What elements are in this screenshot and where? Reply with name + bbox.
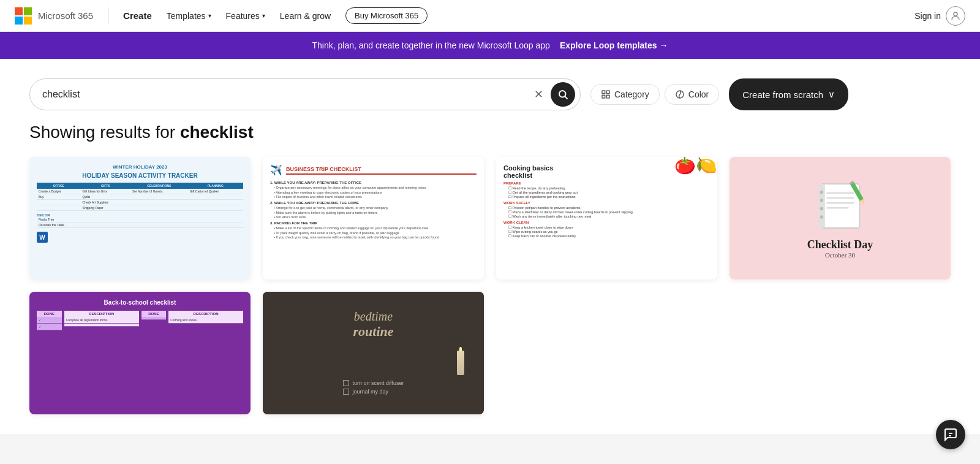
create-from-scratch-button[interactable]: Create from scratch ∨ (729, 78, 848, 110)
create-label[interactable]: Create (123, 10, 152, 21)
svg-rect-1 (24, 7, 32, 15)
filter-group: Category Color (590, 84, 719, 105)
bedtime-title2: routine (353, 324, 393, 340)
category-icon (601, 89, 611, 99)
word-icon: W (37, 232, 48, 243)
nav-templates[interactable]: Templates ▾ (167, 11, 211, 21)
avatar (946, 6, 965, 26)
checklist-day-title: Checklist Day (807, 238, 873, 251)
tomato-decoration: 🍅🍋 (674, 157, 717, 174)
nav-features[interactable]: Features ▾ (226, 11, 265, 21)
templates-caret-icon: ▾ (208, 12, 211, 19)
svg-rect-0 (15, 7, 23, 15)
nav-learn-grow[interactable]: Learn & grow (280, 11, 331, 21)
notebook-icon (813, 178, 868, 234)
svg-point-15 (820, 199, 823, 202)
template-card[interactable]: ✈️ BUSINESS TRIP CHECKLIST 1. WHILE YOU … (263, 157, 484, 280)
template-card[interactable]: Back-to-school checklist DONE ✓ ✓ DESCRI… (29, 292, 251, 414)
search-bar: ✕ (29, 78, 581, 110)
plane-icon: ✈️ (270, 164, 282, 176)
search-icon (557, 89, 568, 100)
templates-grid: WINTER HOLIDAY 2023 HOLIDAY SEASON ACTIV… (29, 157, 951, 414)
results-heading: Showing results for checklist (29, 123, 951, 142)
svg-rect-10 (606, 95, 609, 98)
svg-point-17 (820, 215, 823, 218)
ms365-logo[interactable]: Microsoft 365 (15, 7, 93, 25)
promo-banner: Think, plan, and create together in the … (0, 32, 980, 59)
features-caret-icon: ▾ (262, 12, 265, 19)
template-card[interactable]: WINTER HOLIDAY 2023 HOLIDAY SEASON ACTIV… (29, 157, 251, 280)
bedtime-item: turn on scent diffuser (343, 380, 404, 386)
template-card[interactable]: Checklist Day October 30 (729, 157, 951, 280)
svg-rect-21 (826, 207, 848, 208)
bedtime-title: bedtime (353, 310, 393, 324)
checklist-day-date: October 30 (825, 251, 855, 259)
microsoft-logo-icon (15, 7, 32, 25)
template-card[interactable]: bedtime routine (263, 292, 484, 414)
search-area: ✕ Category Color Create from scratch ∨ (0, 59, 980, 123)
svg-point-5 (559, 91, 566, 97)
template-card[interactable]: 🍅🍋 Cooking basicschecklist PREPARE ☐ Rea… (496, 157, 717, 280)
app-name: Microsoft 365 (38, 10, 93, 21)
chat-icon (943, 427, 958, 434)
color-filter-button[interactable]: Color (665, 84, 719, 105)
search-input[interactable] (42, 89, 527, 100)
clear-search-button[interactable]: ✕ (532, 85, 546, 104)
sign-in-button[interactable]: Sign in (914, 6, 965, 26)
create-caret-icon: ∨ (828, 89, 835, 100)
svg-rect-9 (602, 95, 605, 98)
explore-loop-link[interactable]: Explore Loop templates → (560, 40, 668, 50)
category-filter-button[interactable]: Category (590, 84, 660, 105)
back-to-school-title: Back-to-school checklist (37, 299, 243, 306)
navbar: Microsoft 365 Create Templates ▾ Feature… (0, 0, 980, 32)
svg-line-6 (565, 96, 567, 99)
nav-divider (108, 7, 108, 25)
svg-rect-20 (826, 202, 854, 203)
svg-rect-8 (606, 91, 609, 94)
bedtime-item: journal my day (343, 389, 404, 395)
svg-rect-2 (15, 17, 23, 25)
svg-rect-3 (24, 17, 32, 25)
search-button[interactable] (551, 82, 575, 107)
buy-button[interactable]: Buy Microsoft 365 (345, 7, 428, 24)
svg-rect-19 (826, 197, 854, 199)
svg-rect-7 (602, 91, 605, 94)
svg-point-4 (954, 12, 957, 16)
svg-rect-13 (818, 184, 825, 228)
color-icon (675, 89, 685, 99)
svg-point-16 (820, 207, 823, 210)
results-area: Showing results for checklist WINTER HOL… (0, 123, 980, 434)
svg-rect-18 (826, 192, 854, 194)
svg-point-14 (820, 190, 823, 193)
